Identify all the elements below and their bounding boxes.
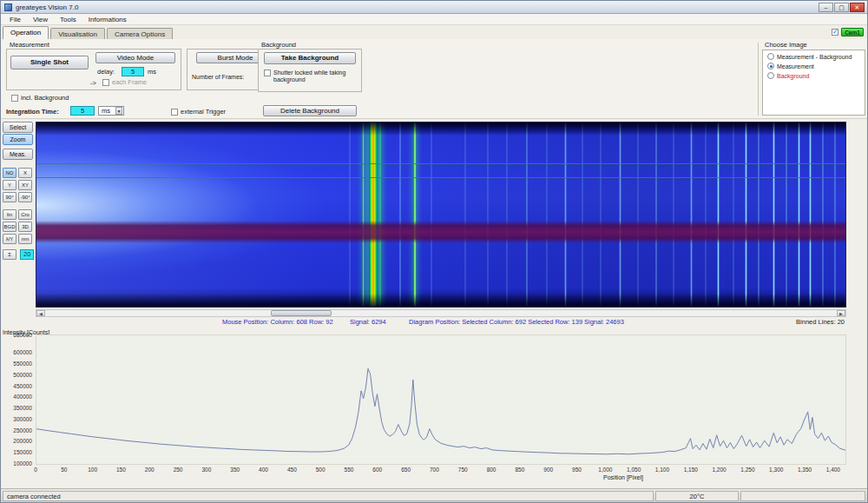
smear-band bbox=[36, 221, 845, 242]
shutter-locked-checkbox-row[interactable]: Shutter locked while taking background bbox=[264, 69, 358, 83]
y-tick-label: 600000 bbox=[3, 349, 32, 355]
spectral-line bbox=[506, 122, 508, 307]
menu-item-tools[interactable]: Tools bbox=[54, 15, 82, 24]
radio-option-background[interactable]: Background bbox=[767, 72, 865, 79]
side-tool-1-0-y[interactable]: Y bbox=[3, 180, 16, 190]
x-tick-label: 300 bbox=[196, 467, 217, 473]
minimize-button[interactable]: – bbox=[819, 3, 833, 12]
integration-time-input[interactable]: 5 bbox=[70, 106, 95, 116]
x-tick-label: 450 bbox=[281, 467, 302, 473]
menu-item-informations[interactable]: Informations bbox=[82, 15, 133, 24]
video-mode-button[interactable]: Video Mode bbox=[95, 52, 175, 63]
side-tool-0-0-no[interactable]: NO bbox=[3, 168, 16, 178]
scroll-left-arrow-icon[interactable]: ◀ bbox=[36, 310, 45, 316]
single-shot-button[interactable]: Single Shot bbox=[10, 56, 89, 69]
incl-background-checkbox[interactable] bbox=[11, 95, 18, 102]
connection-status-cell: camera connected bbox=[3, 491, 654, 501]
position-readout-bar: Mouse Position: Column: 608 Row: 92 Sign… bbox=[1, 318, 867, 328]
scroll-right-arrow-icon[interactable]: ▶ bbox=[837, 310, 845, 316]
measure-tool-button[interactable]: Meas. bbox=[3, 149, 33, 160]
spectrum-polyline bbox=[36, 368, 845, 454]
delay-input[interactable]: 5 bbox=[122, 67, 144, 76]
delete-background-button[interactable]: Delete Background bbox=[263, 105, 357, 116]
spectral-line bbox=[546, 122, 548, 307]
tab-visualisation[interactable]: Visualisation bbox=[50, 28, 105, 39]
row-selection-line-lower[interactable] bbox=[36, 177, 845, 178]
ccd-image-view[interactable] bbox=[36, 122, 846, 308]
shutter-locked-checkbox[interactable] bbox=[264, 69, 271, 76]
camera-enabled-checkbox[interactable] bbox=[832, 29, 838, 36]
select-tool-button[interactable]: Select bbox=[3, 122, 33, 133]
spectral-line bbox=[526, 122, 528, 307]
x-tick-label: 900 bbox=[538, 467, 559, 473]
side-tool-4-0-bgd[interactable]: BGD bbox=[3, 222, 16, 232]
external-trigger-label: external Trigger bbox=[181, 108, 226, 116]
external-trigger-checkbox-row[interactable]: external Trigger bbox=[171, 108, 226, 116]
tab-operation[interactable]: Operation bbox=[3, 26, 49, 39]
spectral-line bbox=[673, 122, 674, 307]
spectral-line bbox=[733, 122, 734, 307]
side-tool-pair-row: linCro bbox=[1, 209, 36, 221]
side-tool-3-0-lin[interactable]: lin bbox=[3, 209, 16, 220]
menu-item-file[interactable]: File bbox=[3, 15, 27, 24]
x-tick-label: 1,300 bbox=[766, 467, 786, 473]
radio-button-icon bbox=[767, 72, 774, 79]
side-tool-pair-row: YXY bbox=[1, 180, 36, 191]
title-bar[interactable]: greateyes Vision 7.0 – ▢ ✕ bbox=[1, 1, 867, 14]
radio-button-icon bbox=[767, 53, 774, 60]
spectral-line bbox=[362, 122, 365, 307]
zoom-tool-button[interactable]: Zoom bbox=[3, 134, 33, 145]
x-tick-label: 100 bbox=[82, 467, 103, 473]
radio-option-measurement[interactable]: Measurement bbox=[767, 63, 865, 69]
spectral-line bbox=[564, 122, 567, 307]
side-tool-5-1-nm[interactable]: nm bbox=[18, 234, 32, 244]
x-tick-label: 150 bbox=[110, 467, 131, 473]
integration-time-label: Integration Time: bbox=[6, 108, 59, 116]
close-button[interactable]: ✕ bbox=[850, 3, 865, 12]
spectrum-chart: Intensity [Counts] 100000150000200000250… bbox=[1, 328, 867, 484]
app-icon bbox=[4, 3, 12, 11]
side-tool-1-1-xy[interactable]: XY bbox=[18, 180, 32, 190]
side-tool-3-1-cro[interactable]: Cro bbox=[18, 209, 32, 220]
statusbar-empty-cell bbox=[740, 491, 865, 501]
side-tool-2-1-90[interactable]: -90° bbox=[18, 192, 32, 202]
side-tool-2-0-90[interactable]: 90° bbox=[3, 192, 16, 202]
each-frame-checkbox-row[interactable]: each Frame bbox=[102, 78, 147, 86]
spectral-line bbox=[399, 122, 401, 307]
delay-label: delay: bbox=[97, 68, 115, 76]
side-tool-5-0-y[interactable]: λ/Y bbox=[3, 234, 16, 244]
incl-background-checkbox-row[interactable]: incl. Background bbox=[11, 94, 69, 102]
external-trigger-checkbox[interactable] bbox=[171, 109, 178, 116]
tab-camera-options[interactable]: Camera Options bbox=[107, 28, 173, 39]
scrollbar-thumb[interactable] bbox=[271, 310, 332, 316]
application-window: greateyes Vision 7.0 – ▢ ✕ FileViewTools… bbox=[0, 0, 868, 503]
shutter-locked-label: Shutter locked while taking background bbox=[273, 69, 358, 83]
chevron-down-icon[interactable]: ▼ bbox=[115, 107, 122, 115]
x-tick-label: 850 bbox=[510, 467, 530, 473]
side-tool-4-1-3d[interactable]: 3D bbox=[18, 222, 32, 232]
maximize-button[interactable]: ▢ bbox=[834, 3, 849, 12]
side-tool-pair-row: 90°-90° bbox=[1, 192, 36, 203]
y-tick-label: 400000 bbox=[3, 394, 32, 400]
sum-rows-button[interactable]: Σ bbox=[3, 249, 16, 260]
row-selection-line-upper[interactable] bbox=[36, 163, 845, 164]
menu-item-view[interactable]: View bbox=[27, 15, 54, 24]
temperature-cell: 20°C bbox=[655, 491, 739, 501]
y-tick-label: 250000 bbox=[3, 427, 32, 434]
image-horizontal-scrollbar[interactable]: ◀ ▶ bbox=[36, 309, 846, 317]
spectral-line bbox=[705, 122, 707, 307]
radio-option-label: Measurement bbox=[777, 63, 814, 69]
y-tick-label: 150000 bbox=[3, 449, 32, 455]
chart-plot-area[interactable] bbox=[36, 334, 846, 465]
radio-option-measurement-background[interactable]: Measurement - Background bbox=[767, 53, 865, 60]
integration-unit-combobox[interactable]: ms ▼ bbox=[98, 106, 124, 116]
binned-lines-input[interactable]: 20 bbox=[20, 249, 34, 260]
spectral-line bbox=[717, 122, 720, 307]
spectral-line bbox=[773, 122, 775, 307]
status-bar: camera connected 20°C bbox=[1, 488, 867, 503]
take-background-button[interactable]: Take Background bbox=[264, 52, 356, 64]
each-frame-checkbox[interactable] bbox=[102, 79, 109, 86]
toolbar-separator bbox=[758, 43, 759, 116]
side-tool-0-1-x[interactable]: X bbox=[18, 168, 32, 178]
spectral-line bbox=[690, 122, 693, 307]
